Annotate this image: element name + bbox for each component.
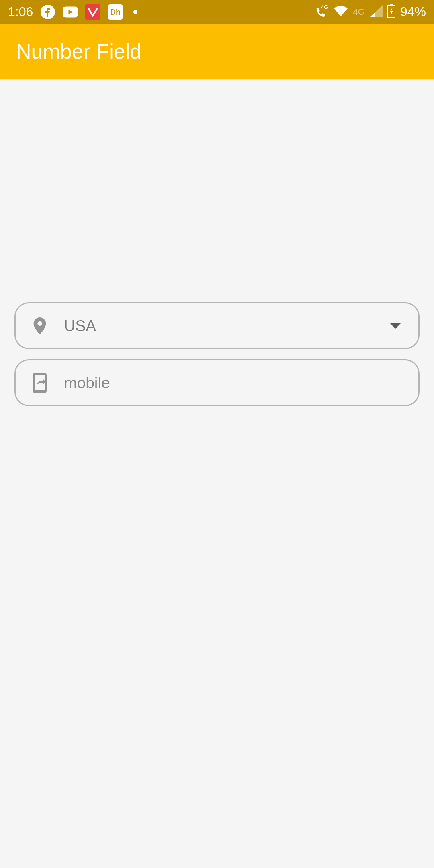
status-left-group: 1:06 Dh bbox=[8, 4, 137, 20]
mobile-placeholder: mobile bbox=[64, 374, 402, 392]
battery-charging-icon bbox=[387, 4, 395, 20]
app-bar: Number Field bbox=[0, 24, 434, 79]
signal-icon bbox=[370, 5, 383, 19]
network-4g-label: 4G bbox=[353, 7, 365, 17]
youtube-icon bbox=[63, 4, 78, 20]
mobile-input[interactable]: mobile bbox=[14, 359, 420, 406]
wifi-icon bbox=[333, 5, 348, 19]
country-dropdown[interactable]: USA bbox=[14, 302, 420, 349]
status-right-group: 4G 4G 94% bbox=[314, 4, 426, 20]
facebook-icon bbox=[40, 4, 55, 20]
svg-rect-2 bbox=[85, 4, 100, 20]
location-pin-icon bbox=[30, 317, 49, 334]
notification-dot-icon bbox=[133, 10, 137, 14]
content-area: USA mobile bbox=[0, 79, 434, 406]
dh-app-icon: Dh bbox=[108, 4, 123, 20]
chevron-down-icon bbox=[389, 322, 402, 330]
v-app-icon bbox=[85, 4, 100, 20]
country-value: USA bbox=[64, 317, 389, 335]
volte-call-icon: 4G bbox=[314, 4, 328, 20]
status-time: 1:06 bbox=[8, 4, 33, 19]
svg-text:4G: 4G bbox=[321, 4, 328, 10]
mobile-share-icon bbox=[30, 372, 49, 394]
app-title: Number Field bbox=[16, 39, 141, 63]
svg-text:Dh: Dh bbox=[110, 8, 121, 16]
battery-percent: 94% bbox=[400, 4, 426, 19]
status-bar: 1:06 Dh 4G 4G 94% bbox=[0, 0, 434, 24]
